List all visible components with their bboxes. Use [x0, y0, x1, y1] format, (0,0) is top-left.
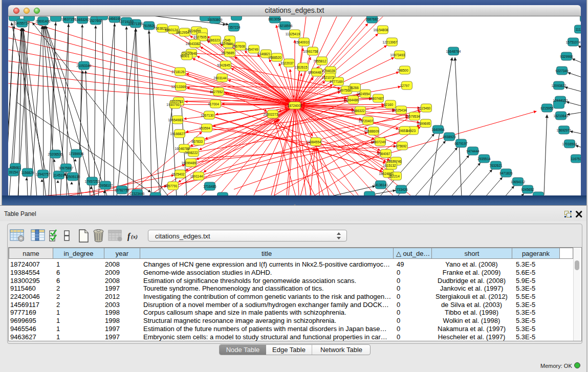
svg-text:10958107: 10958107: [98, 184, 113, 187]
svg-text:3267130: 3267130: [201, 114, 214, 117]
svg-text:20206536: 20206536: [48, 152, 63, 156]
svg-text:8990448: 8990448: [308, 71, 321, 74]
svg-text:12213369: 12213369: [171, 85, 186, 89]
svg-text:1640954: 1640954: [431, 128, 445, 132]
svg-text:1588520: 1588520: [268, 56, 281, 59]
svg-text:10653267: 10653267: [75, 18, 90, 21]
svg-text:21364486: 21364486: [344, 98, 359, 102]
svg-text:12444153: 12444153: [553, 99, 568, 102]
svg-text:6679197: 6679197: [454, 142, 468, 145]
svg-text:29302273: 29302273: [264, 113, 278, 116]
svg-text:98901: 98901: [180, 54, 189, 58]
svg-text:252214: 252214: [388, 174, 400, 178]
svg-text:f: f: [127, 232, 131, 241]
svg-text:30975887: 30975887: [59, 166, 74, 170]
svg-text:8454749: 8454749: [245, 48, 258, 51]
svg-text:12797: 12797: [400, 84, 409, 87]
svg-text:12213967: 12213967: [383, 40, 398, 44]
svg-text:9146821: 9146821: [257, 52, 271, 56]
svg-text:16154808: 16154808: [374, 28, 388, 32]
svg-text:8215955: 8215955: [540, 106, 554, 110]
svg-text:10671355: 10671355: [128, 22, 143, 26]
svg-text:2687682: 2687682: [365, 17, 379, 21]
svg-text:17016504: 17016504: [562, 142, 577, 146]
svg-text:2803144: 2803144: [213, 76, 227, 80]
svg-text:9115460: 9115460: [418, 106, 431, 110]
svg-text:1527602: 1527602: [89, 19, 102, 23]
svg-text:2386322: 2386322: [352, 109, 365, 113]
svg-text:9329966: 9329966: [560, 55, 573, 58]
svg-text:417004: 417004: [208, 102, 219, 106]
svg-text:9227349: 9227349: [555, 69, 569, 73]
svg-text:1930793: 1930793: [166, 103, 180, 106]
svg-text:9327505: 9327505: [193, 35, 207, 39]
svg-text:19218596: 19218596: [278, 24, 293, 28]
svg-text:8427552: 8427552: [210, 90, 223, 94]
svg-text:1691144: 1691144: [190, 174, 203, 178]
svg-text:16543382: 16543382: [186, 42, 201, 46]
svg-text:2935514: 2935514: [477, 157, 491, 161]
svg-text:17359934: 17359934: [69, 152, 84, 156]
svg-text:10961758: 10961758: [303, 50, 318, 53]
svg-text:5226055: 5226055: [188, 29, 201, 33]
svg-text:435061: 435061: [10, 166, 21, 169]
svg-text:1362615: 1362615: [294, 65, 308, 69]
svg-text:10973493: 10973493: [390, 53, 405, 57]
svg-text:10025434: 10025434: [392, 108, 407, 112]
svg-text:867833: 867833: [191, 140, 203, 143]
svg-text:39154: 39154: [9, 170, 18, 174]
svg-text:114519: 114519: [53, 173, 64, 177]
svg-text:8322037: 8322037: [280, 61, 294, 65]
svg-text:153594: 153594: [199, 126, 210, 130]
svg-text:62160: 62160: [384, 103, 393, 106]
svg-text:7357224: 7357224: [227, 26, 241, 29]
svg-text:3675685: 3675685: [221, 51, 234, 55]
svg-text:8186323: 8186323: [207, 38, 220, 42]
svg-text:546: 546: [225, 38, 231, 42]
svg-text:8813054: 8813054: [268, 17, 281, 21]
svg-text:6497568: 6497568: [338, 89, 351, 92]
svg-text:116753: 116753: [571, 157, 581, 161]
svg-text:17957253: 17957253: [85, 180, 100, 183]
svg-text:9794028: 9794028: [322, 69, 335, 73]
svg-text:21053346: 21053346: [77, 64, 92, 68]
svg-text:7625402: 7625402: [171, 172, 185, 176]
svg-text:11325419: 11325419: [286, 32, 300, 36]
svg-text:16046786: 16046786: [175, 147, 190, 150]
svg-text:9327584: 9327584: [220, 42, 233, 46]
svg-text:1975692: 1975692: [394, 144, 407, 148]
svg-text:15640910: 15640910: [295, 40, 310, 44]
svg-text:12942757: 12942757: [36, 172, 51, 176]
svg-text:19637158: 19637158: [61, 17, 76, 21]
svg-text:14055724: 14055724: [15, 21, 30, 25]
svg-text:64923: 64923: [406, 129, 416, 133]
svg-text:1615132: 1615132: [383, 164, 396, 167]
svg-text:12505135: 12505135: [66, 175, 80, 179]
svg-text:(x): (x): [131, 233, 138, 240]
svg-text:3624554: 3624554: [357, 92, 370, 96]
svg-text:9699695: 9699695: [417, 122, 430, 125]
svg-text:16210643: 16210643: [554, 114, 569, 118]
svg-text:12093822: 12093822: [552, 84, 567, 87]
svg-text:9777169: 9777169: [330, 80, 343, 83]
svg-text:9857791: 9857791: [164, 184, 178, 188]
svg-text:8938923: 8938923: [443, 135, 456, 139]
svg-text:1156829: 1156829: [21, 171, 34, 174]
svg-text:16648784: 16648784: [446, 50, 461, 53]
svg-text:15751074: 15751074: [566, 40, 581, 44]
svg-text:14136141: 14136141: [374, 183, 388, 187]
svg-text:1621072: 1621072: [321, 76, 335, 79]
svg-text:3498222: 3498222: [185, 151, 198, 155]
svg-text:8471826: 8471826: [499, 171, 513, 175]
svg-text:10688609: 10688609: [364, 129, 379, 133]
svg-text:20691406: 20691406: [36, 19, 51, 23]
svg-text:2867608: 2867608: [232, 45, 245, 48]
svg-text:1733426: 1733426: [395, 188, 408, 191]
svg-text:19653: 19653: [398, 129, 407, 133]
svg-text:9474444: 9474444: [466, 149, 480, 153]
svg-text:9242845: 9242845: [217, 63, 230, 67]
svg-text:7632621: 7632621: [489, 164, 503, 167]
svg-text:19384554: 19384554: [307, 140, 321, 144]
svg-text:10807487: 10807487: [369, 97, 384, 100]
svg-text:16099489: 16099489: [182, 161, 197, 165]
